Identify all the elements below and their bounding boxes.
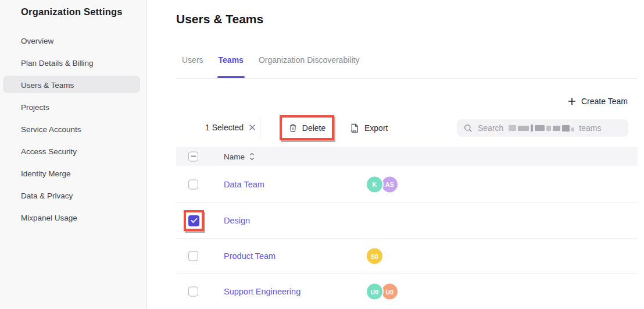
team-link[interactable]: Data Team <box>224 180 264 189</box>
select-all-checkbox[interactable] <box>188 151 198 161</box>
sidebar-title: Organization Settings <box>21 6 123 17</box>
team-link[interactable]: Product Team <box>224 251 276 261</box>
table-row-support-engineering: Support Engineering U0 U0 <box>176 274 638 309</box>
svg-text:csv: csv <box>351 129 356 132</box>
tabs-divider <box>176 78 638 79</box>
tab-bar: Users Teams Organization Discoverability <box>182 55 359 78</box>
avatar: U0 <box>367 284 382 300</box>
name-column-label: Name <box>224 152 245 161</box>
search-icon <box>464 124 473 133</box>
close-icon <box>249 124 256 131</box>
sidebar-item-plan-details-billing[interactable]: Plan Details & Billing <box>0 52 146 74</box>
sidebar-item-identity-merge[interactable]: Identity Merge <box>0 162 146 184</box>
redacted-org-name <box>509 125 574 132</box>
sidebar-item-label: Projects <box>21 103 49 112</box>
check-icon <box>191 218 198 223</box>
selected-count-label: 1 Selected <box>205 123 244 132</box>
checked-checkbox-highlight-annotation <box>184 210 204 231</box>
sidebar-item-label: Users & Teams <box>21 81 74 90</box>
delete-button[interactable]: Delete <box>288 123 325 133</box>
teams-table-body: Data Team K AS Design Product Team S0 Su… <box>176 166 638 309</box>
tab-users[interactable]: Users <box>182 55 203 78</box>
sidebar-nav: Overview Plan Details & Billing Users & … <box>0 30 146 229</box>
export-label: Export <box>364 123 388 133</box>
sidebar-item-access-security[interactable]: Access Security <box>0 140 146 162</box>
org-settings-sidebar: Organization Settings Overview Plan Deta… <box>0 0 147 309</box>
row-checkbox[interactable] <box>188 251 198 261</box>
table-row-product-team: Product Team S0 <box>176 239 638 274</box>
sidebar-item-label: Access Security <box>21 147 77 156</box>
member-avatars: K AS <box>367 176 398 192</box>
table-row-data-team: Data Team K AS <box>176 166 638 203</box>
row-checkbox[interactable] <box>188 287 198 297</box>
row-checkbox[interactable] <box>188 179 198 189</box>
sidebar-item-data-privacy[interactable]: Data & Privacy <box>0 184 146 207</box>
sidebar-item-label: Identity Merge <box>21 169 71 178</box>
sort-icon <box>249 152 255 160</box>
create-team-label: Create Team <box>581 97 628 106</box>
sidebar-item-service-accounts[interactable]: Service Accounts <box>0 118 146 140</box>
tab-organization-discoverability[interactable]: Organization Discoverability <box>259 55 360 78</box>
delete-label: Delete <box>302 123 325 133</box>
row-checkbox-checked[interactable] <box>188 215 199 226</box>
export-button[interactable]: csv Export <box>349 119 388 137</box>
sidebar-item-label: Mixpanel Usage <box>21 214 77 222</box>
tab-teams[interactable]: Teams <box>219 55 244 78</box>
search-placeholder-suffix: teams <box>579 123 601 133</box>
sidebar-item-label: Plan Details & Billing <box>21 59 94 68</box>
delete-button-highlight-annotation: Delete <box>280 115 334 140</box>
team-link[interactable]: Design <box>224 216 250 225</box>
avatar: K <box>367 176 382 192</box>
search-teams-input[interactable]: Search teams <box>457 119 628 137</box>
plus-icon <box>568 97 576 105</box>
sidebar-item-projects[interactable]: Projects <box>0 96 146 118</box>
page-title: Users & Teams <box>176 12 263 26</box>
sidebar-item-label: Data & Privacy <box>21 191 73 200</box>
indeterminate-dash-icon <box>191 156 196 157</box>
avatar: AS <box>382 176 398 192</box>
selection-status: 1 Selected <box>205 123 256 132</box>
avatar: S0 <box>367 248 382 264</box>
sidebar-item-mixpanel-usage[interactable]: Mixpanel Usage <box>0 207 146 229</box>
name-column-header[interactable]: Name <box>224 152 255 161</box>
team-link[interactable]: Support Engineering <box>224 287 300 296</box>
trash-icon <box>288 123 298 133</box>
sidebar-item-overview[interactable]: Overview <box>0 30 146 52</box>
sidebar-item-label: Service Accounts <box>21 125 81 134</box>
search-placeholder-prefix: Search <box>478 123 503 133</box>
sidebar-item-label: Overview <box>21 37 53 45</box>
avatar: U0 <box>382 284 398 300</box>
member-avatars: U0 U0 <box>367 284 398 300</box>
table-row-design: Design <box>176 203 638 239</box>
teams-table-header: Name <box>176 147 638 166</box>
create-team-button[interactable]: Create Team <box>568 95 628 106</box>
toolbar-divider <box>260 118 260 138</box>
clear-selection-button[interactable] <box>249 124 256 131</box>
csv-file-icon: csv <box>349 123 360 134</box>
sidebar-item-users-teams[interactable]: Users & Teams <box>0 74 146 96</box>
member-avatars: S0 <box>367 248 382 264</box>
